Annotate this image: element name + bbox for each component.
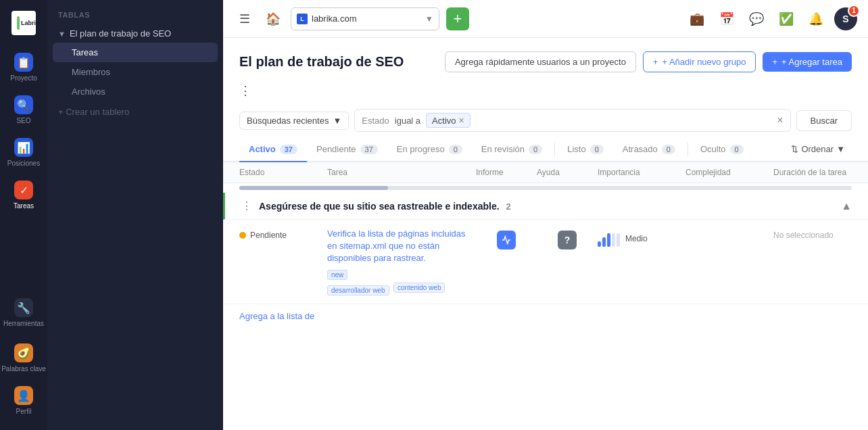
informe-btn[interactable] — [497, 231, 516, 249]
sort-button[interactable]: ⇅ Ordenar ▼ — [784, 140, 852, 158]
tab-listo[interactable]: Listo 0 — [558, 137, 613, 162]
horizontal-scrollbar[interactable] — [239, 186, 852, 190]
recent-searches-btn[interactable]: Búsquedas recientes ▼ — [239, 112, 349, 130]
add-task-label: + Agregar tarea — [781, 57, 842, 67]
sidebar-item-perfil[interactable]: 👤 Perfil — [0, 379, 47, 422]
sort-icon: ⇅ — [791, 144, 798, 154]
proyecto-icon: 📋 — [14, 53, 33, 72]
question-icon: ? — [564, 235, 571, 245]
group-more-btn[interactable]: ⋮ — [241, 199, 252, 212]
add-task-partial[interactable]: Agrega a la lista de — [223, 304, 868, 328]
sidebar-item-palabras[interactable]: 🥑 Palabras clave — [0, 337, 47, 379]
plus-icon: + — [653, 57, 658, 67]
th-complejidad: Complejidad — [685, 168, 773, 177]
th-duracion: Duración de la tarea — [773, 168, 852, 177]
ayuda-btn[interactable]: ? — [558, 231, 577, 249]
sidebar-sub-item-miembros[interactable]: Miembros — [53, 62, 218, 82]
search-button[interactable]: Buscar — [796, 110, 852, 131]
chat-icon-btn[interactable]: 💬 — [745, 7, 768, 30]
sidebar-item-proyecto[interactable]: 📋 Proyecto — [0, 46, 47, 89]
perfil-icon: 👤 — [14, 386, 33, 405]
tab-listo-count: 0 — [590, 145, 604, 154]
task-estado-cell: Pendiente — [239, 228, 327, 240]
menu-button[interactable]: ☰ — [234, 8, 256, 30]
url-text: labrika.com — [312, 14, 421, 24]
more-options-button[interactable]: ⋮ — [223, 80, 868, 103]
sidebar-item-seo[interactable]: 🔍 SEO — [0, 89, 47, 131]
tab-atrasado-count: 0 — [662, 145, 675, 154]
group-title-text: Asegúrese de que su sitio sea rastreable… — [259, 201, 500, 212]
tag-new: new — [327, 270, 347, 280]
task-importancia-cell: Medio — [598, 228, 685, 247]
tab-divider2 — [688, 143, 688, 156]
bar1 — [598, 241, 601, 247]
check-icon-btn[interactable]: ✅ — [775, 7, 798, 30]
add-button[interactable]: + — [446, 7, 469, 30]
task-tarea-cell: Verifica la lista de páginas incluidas e… — [327, 228, 476, 295]
sidebar-item-posiciones[interactable]: 📊 Posiciones — [0, 131, 47, 174]
tab-oculto[interactable]: Oculto 0 — [691, 137, 753, 162]
recent-label: Búsquedas recientes — [247, 116, 329, 126]
sidebar-icon-column: Labrika 📋 Proyecto 🔍 SEO 📊 Posiciones ✓ … — [0, 0, 47, 430]
sidebar-item-herramientas[interactable]: 🔧 Herramientas — [0, 291, 47, 334]
herramientas-icon: 🔧 — [14, 298, 33, 317]
sidebar-nav-panel: TABLAS ▼ El plan de trabajo de SEO Tarea… — [47, 0, 223, 430]
tab-atrasado[interactable]: Atrasado 0 — [613, 137, 685, 162]
sidebar-section-title: TABLAS — [47, 0, 223, 24]
tab-en-revision[interactable]: En revisión 0 — [472, 137, 552, 162]
sidebar-item-tareas[interactable]: ✓ Tareas — [0, 174, 47, 216]
create-board-btn[interactable]: + Crear un tablero — [47, 101, 223, 122]
sort-label: Ordenar — [801, 144, 834, 154]
task-link-text: Verifica la lista de páginas incluidas e… — [327, 229, 466, 263]
sidebar-sub-item-tareas[interactable]: Tareas — [53, 43, 218, 62]
tab-en-progreso[interactable]: En progreso 0 — [387, 137, 472, 162]
partial-task-text: Agrega a la lista de — [239, 311, 314, 321]
th-ayuda: Ayuda — [537, 168, 598, 177]
bar4 — [612, 233, 615, 247]
palabras-icon: 🥑 — [14, 343, 33, 362]
filter-tag-close-btn[interactable]: × — [459, 115, 464, 126]
tab-pendiente[interactable]: Pendiente 37 — [307, 137, 387, 162]
home-button[interactable]: 🏠 — [262, 8, 284, 30]
filter-estado-label: Estado — [362, 116, 389, 126]
tab-activo-label: Activo — [249, 144, 276, 154]
filter-clear-btn[interactable]: × — [777, 114, 783, 126]
scroll-thumb[interactable] — [239, 186, 388, 190]
group-header: ⋮ Asegúrese de que su sitio sea rastreab… — [223, 193, 868, 220]
add-users-button[interactable]: Agrega rápidamente usuarios a un proyect… — [445, 51, 636, 72]
add-task-button[interactable]: + + Agregar tarea — [763, 52, 852, 72]
briefcase-icon-btn[interactable]: 💼 — [685, 7, 708, 30]
bar3 — [607, 233, 610, 247]
add-group-button[interactable]: + + Añadir nuevo grupo — [643, 51, 756, 72]
sidebar-logo[interactable]: Labrika — [9, 8, 39, 38]
tag-content: contenido web — [393, 283, 445, 293]
group-count: 2 — [506, 201, 511, 212]
th-tarea: Tarea — [327, 168, 476, 177]
calendar-icon-btn[interactable]: 📅 — [715, 7, 738, 30]
url-bar[interactable]: L labrika.com ▼ — [291, 7, 439, 30]
url-favicon: L — [297, 14, 308, 24]
task-link[interactable]: Verifica la lista de páginas incluidas e… — [327, 228, 476, 265]
table-header: Estado Tarea Informe Ayuda Importancia C… — [223, 162, 868, 183]
bar2 — [602, 237, 606, 247]
sidebar-sub-item-archivos[interactable]: Archivos — [53, 82, 218, 101]
tab-listo-label: Listo — [567, 144, 585, 154]
topbar: ☰ 🏠 L labrika.com ▼ + 💼 📅 💬 ✅ 🔔 S 1 — [223, 0, 868, 38]
task-complejidad-cell — [685, 228, 773, 231]
sort-chevron-icon: ▼ — [836, 144, 845, 154]
tabs-bar: Activo 37 Pendiente 37 En progreso 0 En … — [223, 137, 868, 162]
group-collapse-btn[interactable]: ▲ — [841, 200, 852, 212]
sidebar-group-title: El plan de trabajo de SEO — [70, 28, 171, 39]
page-header: El plan de trabajo de SEO Agrega rápidam… — [223, 38, 868, 80]
posiciones-icon: 📊 — [14, 138, 33, 157]
filter-bar: Búsquedas recientes ▼ Estado igual a Act… — [223, 103, 868, 137]
tab-divider — [554, 143, 555, 156]
tab-activo[interactable]: Activo 37 — [239, 137, 307, 162]
filter-tag-value: Activo × — [426, 113, 471, 128]
tab-oculto-count: 0 — [730, 145, 744, 154]
task-tags-area: desarrollador web contenido web — [327, 281, 476, 295]
seo-icon: 🔍 — [14, 95, 33, 114]
sidebar-group-header[interactable]: ▼ El plan de trabajo de SEO — [53, 24, 218, 43]
th-estado: Estado — [239, 168, 327, 177]
bell-icon-btn[interactable]: 🔔 — [804, 7, 827, 30]
